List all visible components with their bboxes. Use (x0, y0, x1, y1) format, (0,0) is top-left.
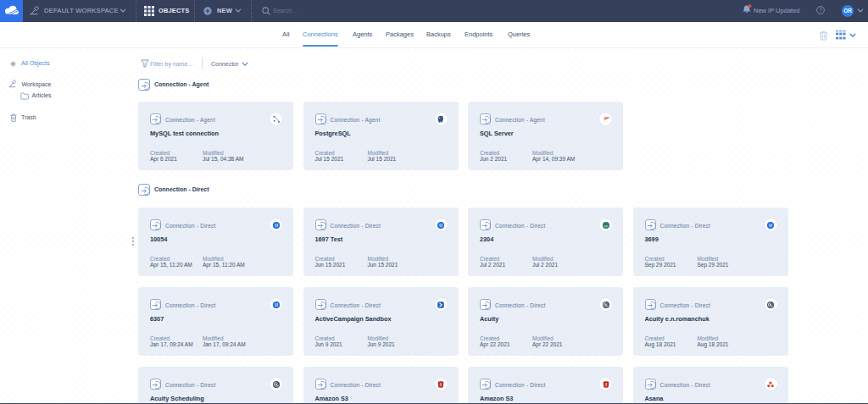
svg-text:U: U (275, 302, 278, 307)
svg-text:U: U (439, 223, 442, 228)
svg-text:?: ? (819, 7, 822, 13)
svg-text:api: api (604, 224, 608, 227)
svg-text:U: U (769, 223, 772, 228)
svg-text:U: U (275, 223, 278, 228)
